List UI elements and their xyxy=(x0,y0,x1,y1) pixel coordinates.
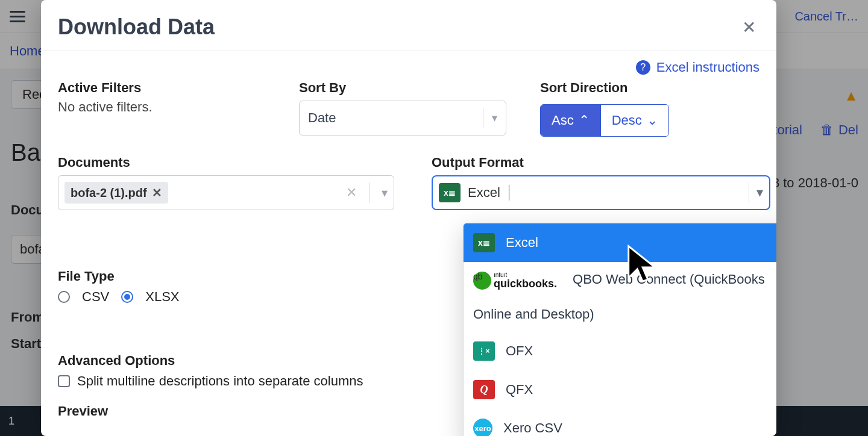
output-option-xero[interactable]: xero Xero CSV xyxy=(464,409,776,436)
sort-desc-button[interactable]: Desc ⌄ xyxy=(600,105,668,136)
chevron-down-icon: ▾ xyxy=(756,185,763,201)
text-caret xyxy=(509,185,509,201)
split-descriptions-label: Split multiline descriptions into separa… xyxy=(77,373,363,389)
file-type-label: File Type xyxy=(58,269,432,284)
modal-header: Download Data ✕ xyxy=(41,0,776,51)
clear-all-icon[interactable]: ✕ xyxy=(346,185,357,201)
delete-link[interactable]: 🗑 Del xyxy=(820,122,858,138)
sort-by-value: Date xyxy=(308,110,336,126)
chevron-down-icon: ▾ xyxy=(492,111,497,125)
output-option-qfx[interactable]: Q QFX xyxy=(464,370,776,409)
documents-multiselect[interactable]: bofa-2 (1).pdf ✕ ✕ ▾ xyxy=(58,175,394,210)
trash-icon: 🗑 xyxy=(820,122,834,138)
documents-label: Documents xyxy=(58,155,426,170)
breadcrumb-home[interactable]: Home xyxy=(10,43,45,59)
output-option-ofx[interactable]: ⋮× OFX xyxy=(464,332,776,370)
file-type-xlsx-radio[interactable] xyxy=(121,291,133,303)
active-filters-section: Active Filters No active filters. xyxy=(58,80,299,137)
sort-by-section: Sort By Date ▾ xyxy=(299,80,540,137)
chevron-down-icon: ▾ xyxy=(382,185,388,200)
close-icon[interactable]: ✕ xyxy=(738,16,760,38)
advanced-options-row: Split multiline descriptions into separa… xyxy=(58,373,432,389)
question-circle-icon: ? xyxy=(636,60,650,75)
documents-section: Documents bofa-2 (1).pdf ✕ ✕ ▾ xyxy=(58,155,426,210)
xero-icon: xero xyxy=(473,419,492,436)
modal-row-2: Documents bofa-2 (1).pdf ✕ ✕ ▾ Output Fo… xyxy=(41,137,776,210)
excel-icon: x≣ xyxy=(473,233,495,252)
cancel-trial-link[interactable]: Cancel Tr… xyxy=(794,10,858,23)
row-number: 1 xyxy=(8,415,14,428)
modal-help-row: ? Excel instructions xyxy=(41,51,776,75)
output-format-section: Output Format x≣ Excel ▾ xyxy=(432,155,775,210)
modal-row-1: Active Filters No active filters. Sort B… xyxy=(41,75,776,137)
advanced-options-label: Advanced Options xyxy=(58,353,432,369)
hamburger-icon[interactable] xyxy=(10,11,25,22)
output-option-qbo[interactable]: qb ıntuıtquickbooks. QBO Web Connect (Qu… xyxy=(464,262,776,332)
sort-by-label: Sort By xyxy=(299,80,540,96)
split-descriptions-checkbox[interactable] xyxy=(58,375,70,387)
quickbooks-icon: qb ıntuıtquickbooks. xyxy=(473,272,557,290)
output-format-value: Excel xyxy=(468,185,500,201)
warning-icon: ▲ xyxy=(766,87,858,104)
active-filters-label: Active Filters xyxy=(58,80,299,96)
preview-label: Preview xyxy=(58,403,432,419)
excel-instructions-link[interactable]: ? Excel instructions xyxy=(636,60,760,75)
ofx-icon: ⋮× xyxy=(473,341,495,361)
file-type-csv-radio[interactable] xyxy=(58,291,70,303)
chip-remove-icon[interactable]: ✕ xyxy=(152,185,162,200)
excel-icon: x≣ xyxy=(439,183,461,202)
download-data-modal: Download Data ✕ ? Excel instructions Act… xyxy=(41,0,776,436)
output-format-dropdown: x≣ Excel qb ıntuıtquickbooks. QBO Web Co… xyxy=(463,223,776,436)
output-format-select[interactable]: x≣ Excel ▾ xyxy=(432,175,770,210)
modal-title: Download Data xyxy=(58,14,215,40)
file-type-xlsx-label: XLSX xyxy=(145,289,179,305)
output-option-excel[interactable]: x≣ Excel xyxy=(464,223,776,262)
sort-asc-button[interactable]: Asc ⌃ xyxy=(541,105,600,136)
chevron-up-icon: ⌃ xyxy=(579,113,590,128)
sort-by-select[interactable]: Date ▾ xyxy=(299,101,506,135)
sort-direction-label: Sort Direction xyxy=(540,80,775,96)
modal-left-lower: File Type CSV XLSX Advanced Options Spli… xyxy=(58,269,432,423)
qfx-icon: Q xyxy=(473,380,495,399)
document-chip-label: bofa-2 (1).pdf xyxy=(71,186,147,200)
file-type-radio-group: CSV XLSX xyxy=(58,289,432,305)
sort-direction-toggle: Asc ⌃ Desc ⌄ xyxy=(540,104,669,137)
sort-direction-section: Sort Direction Asc ⌃ Desc ⌄ xyxy=(540,80,775,137)
chevron-down-icon: ⌄ xyxy=(647,113,658,128)
bg-right-column: ▲ utorial 🗑 Del 3 to 2018-01-0 xyxy=(766,87,858,191)
output-format-label: Output Format xyxy=(432,155,775,170)
active-filters-status: No active filters. xyxy=(58,99,299,115)
file-type-csv-label: CSV xyxy=(82,289,109,305)
document-chip: bofa-2 (1).pdf ✕ xyxy=(64,182,168,204)
date-range-text: 3 to 2018-01-0 xyxy=(766,175,858,191)
